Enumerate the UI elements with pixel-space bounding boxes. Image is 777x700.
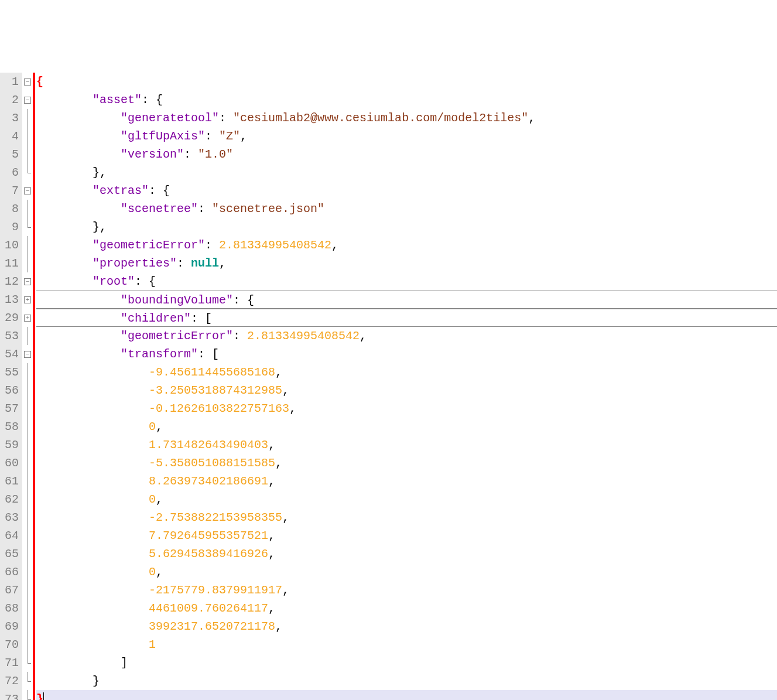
code-line[interactable]: 5.629458389416926, bbox=[36, 545, 777, 563]
fold-cell bbox=[22, 672, 33, 690]
code-line[interactable]: "children": [ bbox=[36, 309, 777, 327]
code-line[interactable]: "boundingVolume": { bbox=[36, 291, 777, 309]
fold-guide-line bbox=[28, 490, 28, 508]
token: , bbox=[360, 329, 367, 343]
fold-end-marker bbox=[25, 690, 30, 700]
code-line[interactable]: 4461009.760264117, bbox=[36, 599, 777, 617]
fold-cell[interactable] bbox=[22, 91, 33, 109]
token bbox=[36, 148, 121, 161]
code-line[interactable]: "geometricError": 2.81334995408542, bbox=[36, 236, 777, 254]
fold-toggle-open-icon[interactable] bbox=[24, 351, 31, 358]
code-line[interactable]: "properties": null, bbox=[36, 254, 777, 272]
code-line[interactable]: -9.456114455685168, bbox=[36, 363, 777, 381]
code-line[interactable]: "extras": { bbox=[36, 182, 777, 200]
token: : bbox=[233, 329, 247, 343]
token bbox=[36, 93, 93, 107]
fold-toggle-closed-icon[interactable] bbox=[24, 315, 31, 322]
token bbox=[36, 329, 121, 343]
fold-cell bbox=[22, 436, 33, 454]
token bbox=[36, 474, 149, 488]
code-line[interactable]: -5.358051088151585, bbox=[36, 454, 777, 472]
token: : { bbox=[142, 93, 163, 107]
code-line[interactable]: "root": { bbox=[36, 272, 777, 291]
code-line[interactable]: -2175779.8379911917, bbox=[36, 581, 777, 599]
token: -0.12626103822757163 bbox=[149, 402, 289, 415]
token bbox=[36, 312, 121, 325]
code-line[interactable]: 8.263973402186691, bbox=[36, 472, 777, 490]
fold-toggle-closed-icon[interactable] bbox=[24, 296, 31, 303]
fold-cell bbox=[22, 418, 33, 436]
line-number: 69 bbox=[2, 617, 19, 636]
fold-cell[interactable] bbox=[22, 309, 33, 327]
token bbox=[36, 257, 93, 270]
fold-toggle-open-icon[interactable] bbox=[24, 78, 31, 86]
code-line[interactable]: "transform": [ bbox=[36, 345, 777, 363]
token: "geometricError" bbox=[121, 329, 233, 343]
code-line[interactable]: "scenetree": "scenetree.json" bbox=[36, 200, 777, 218]
line-number: 71 bbox=[2, 654, 19, 672]
code-line[interactable]: 1 bbox=[36, 636, 777, 654]
fold-toggle-open-icon[interactable] bbox=[24, 187, 31, 194]
fold-cell[interactable] bbox=[22, 345, 33, 363]
token: -2175779.8379911917 bbox=[149, 583, 282, 597]
code-line[interactable]: 1.731482643490403, bbox=[36, 436, 777, 454]
fold-cell[interactable] bbox=[22, 272, 33, 291]
line-number: 2 bbox=[2, 91, 19, 109]
code-line[interactable]: } bbox=[36, 690, 777, 700]
fold-toggle-open-icon[interactable] bbox=[24, 278, 31, 285]
fold-guide-line bbox=[28, 418, 28, 436]
code-line[interactable]: "gltfUpAxis": "Z", bbox=[36, 127, 777, 145]
token bbox=[36, 129, 121, 143]
code-editor[interactable]: 1234567891011121329535455565758596061626… bbox=[0, 73, 777, 700]
code-area[interactable]: { "asset": { "generatetool": "cesiumlab2… bbox=[35, 73, 777, 700]
line-number: 11 bbox=[2, 254, 19, 272]
code-line[interactable]: 3992317.6520721178, bbox=[36, 617, 777, 636]
code-line[interactable]: 0, bbox=[36, 418, 777, 436]
code-line[interactable]: "generatetool": "cesiumlab2@www.cesiumla… bbox=[36, 109, 777, 127]
code-line[interactable]: -3.2505318874312985, bbox=[36, 381, 777, 399]
line-number: 7 bbox=[2, 182, 19, 200]
fold-cell[interactable] bbox=[22, 73, 33, 91]
code-line[interactable]: { bbox=[36, 73, 777, 91]
line-number: 54 bbox=[2, 345, 19, 363]
token: , bbox=[528, 111, 535, 125]
line-number: 29 bbox=[2, 309, 19, 327]
token: { bbox=[36, 75, 43, 88]
fold-cell bbox=[22, 399, 33, 418]
fold-cell bbox=[22, 690, 33, 700]
code-line[interactable]: "geometricError": 2.81334995408542, bbox=[36, 327, 777, 345]
code-line[interactable]: 0, bbox=[36, 490, 777, 508]
line-number: 72 bbox=[2, 672, 19, 690]
code-line[interactable]: }, bbox=[36, 218, 777, 236]
code-line[interactable]: -0.12626103822757163, bbox=[36, 399, 777, 418]
line-number: 64 bbox=[2, 527, 19, 545]
token bbox=[36, 493, 149, 506]
fold-toggle-open-icon[interactable] bbox=[24, 97, 31, 104]
fold-cell[interactable] bbox=[22, 291, 33, 309]
code-line[interactable]: 7.792645955357521, bbox=[36, 527, 777, 545]
fold-cell bbox=[22, 563, 33, 581]
token bbox=[36, 529, 149, 542]
token: 2.81334995408542 bbox=[247, 329, 360, 343]
code-line[interactable]: "asset": { bbox=[36, 91, 777, 109]
token bbox=[36, 184, 93, 197]
line-number: 53 bbox=[2, 327, 19, 345]
code-line[interactable]: -2.7538822153958355, bbox=[36, 508, 777, 527]
token: "children" bbox=[121, 312, 191, 325]
code-line[interactable]: 0, bbox=[36, 563, 777, 581]
code-line[interactable]: }, bbox=[36, 163, 777, 182]
fold-cell[interactable] bbox=[22, 182, 33, 200]
token bbox=[36, 202, 121, 216]
token: : [ bbox=[191, 312, 212, 325]
token: "boundingVolume" bbox=[121, 293, 233, 307]
code-line[interactable]: "version": "1.0" bbox=[36, 145, 777, 163]
token: "properties" bbox=[93, 257, 177, 270]
code-line[interactable]: ] bbox=[36, 654, 777, 672]
token: -5.358051088151585 bbox=[149, 456, 275, 470]
line-number: 6 bbox=[2, 163, 19, 182]
token bbox=[36, 565, 149, 579]
token: "transform" bbox=[121, 347, 198, 361]
code-line[interactable]: } bbox=[36, 672, 777, 690]
token: : bbox=[219, 111, 233, 125]
fold-guide-line bbox=[28, 563, 28, 581]
